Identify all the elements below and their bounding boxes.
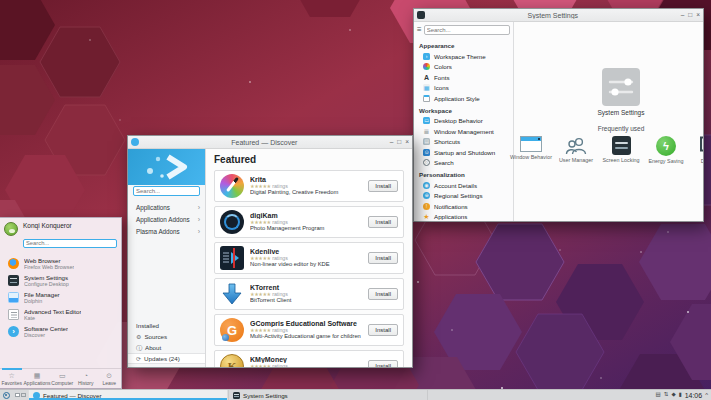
nav-sources[interactable]: ⚙Sources: [128, 331, 205, 342]
install-button[interactable]: Install: [368, 252, 398, 264]
favorite-subtitle: Firefox Web Browser: [24, 264, 74, 270]
settings-item-account-details[interactable]: ◉Account Details: [414, 180, 513, 191]
user-avatar[interactable]: [4, 222, 18, 236]
clipboard-tray-icon[interactable]: ▤: [656, 392, 661, 398]
frequent-energy-saving[interactable]: ϟ Energy Saving: [649, 136, 683, 164]
frequent-screen-locking[interactable]: Screen Locking: [604, 136, 638, 164]
tab-history[interactable]: ◔ History: [74, 369, 98, 388]
settings-item-application-style[interactable]: Application Style: [414, 93, 513, 104]
desktop: System Settings – □ × ≡ Appearance ›Work…: [0, 0, 711, 400]
app-card-gcompris[interactable]: G GCompris Educational Software ★★★★★ ra…: [214, 314, 404, 346]
settings-item-workspace-theme[interactable]: ›Workspace Theme: [414, 51, 513, 62]
kickoff-launcher: Konqi Konqueror Web Browser Firefox Web …: [0, 217, 122, 389]
nav-installed[interactable]: Installed: [128, 320, 205, 331]
task-label: System Settings: [243, 392, 288, 399]
frequent-window-behavior[interactable]: Window Behavior: [514, 136, 548, 164]
settings-item-shortcuts[interactable]: ▤Shortcuts: [414, 137, 513, 148]
install-button[interactable]: Install: [368, 216, 398, 228]
gcompris-icon: G: [220, 318, 244, 342]
tray-expander-icon[interactable]: ^: [705, 392, 708, 398]
system-settings-titlebar[interactable]: System Settings – □ ×: [414, 9, 703, 22]
digital-clock[interactable]: 14:06: [685, 392, 703, 399]
nav-about[interactable]: ⓘAbout: [128, 342, 205, 353]
tab-computer[interactable]: ▭ Computer: [50, 369, 74, 388]
app-card-ktorrent[interactable]: KTorrent ★★★★★ ratings BitTorrent Client…: [214, 278, 404, 310]
discover-icon: ›: [8, 326, 19, 337]
frequent-label: Displays: [701, 158, 703, 164]
app-summary: Multi-Activity Educational game for chil…: [250, 333, 362, 340]
nav-application-addons[interactable]: Application Addons›: [128, 213, 205, 225]
favorite-text-editor[interactable]: Advanced Text Editor Kate: [0, 306, 121, 323]
settings-item-colors[interactable]: Colors: [414, 62, 513, 73]
frequent-label: Window Behavior: [510, 154, 552, 160]
settings-item-label: Fonts: [434, 74, 449, 81]
favorite-subtitle: Dolphin: [24, 298, 60, 304]
app-card-krita[interactable]: Krita ★★★★★ ratings Digital Painting, Cr…: [214, 170, 404, 202]
tab-label: Leave: [102, 380, 116, 386]
install-button[interactable]: Install: [368, 180, 398, 192]
frequent-user-manager[interactable]: User Manager: [559, 136, 593, 164]
settings-item-icons[interactable]: ▦Icons: [414, 83, 513, 94]
minimize-icon[interactable]: –: [681, 12, 685, 19]
close-icon[interactable]: ×: [405, 139, 409, 146]
close-icon[interactable]: ×: [696, 12, 700, 19]
virtual-desktop-pager[interactable]: [13, 390, 28, 400]
install-button[interactable]: Install: [368, 324, 398, 336]
favorite-web-browser[interactable]: Web Browser Firefox Web Browser: [0, 255, 121, 272]
account-details-icon: ◉: [423, 182, 430, 189]
settings-search-input[interactable]: [424, 25, 510, 35]
settings-item-regional-settings[interactable]: ⊕Regional Settings: [414, 191, 513, 202]
settings-item-fonts[interactable]: AFonts: [414, 72, 513, 83]
app-launcher-button[interactable]: [0, 390, 13, 400]
favorite-software-center[interactable]: › Software Center Discover: [0, 323, 121, 340]
discover-search-input[interactable]: [133, 186, 200, 196]
rating-count: ratings: [272, 363, 288, 368]
settings-item-label: Applications: [434, 213, 467, 220]
settings-item-notifications[interactable]: !Notifications: [414, 201, 513, 212]
settings-item-search[interactable]: ○Search: [414, 158, 513, 169]
regional-settings-icon: ⊕: [423, 192, 430, 199]
nav-applications[interactable]: Applications›: [128, 201, 205, 213]
user-manager-icon: [565, 136, 587, 155]
minimize-icon[interactable]: –: [390, 139, 394, 146]
maximize-icon[interactable]: □: [688, 12, 692, 19]
application-style-icon: [423, 95, 430, 102]
app-card-digikam[interactable]: digiKam ★★★★★ ratings Photo Management P…: [214, 206, 404, 238]
app-card-kmymoney[interactable]: K KMyMoney ★★★★★ ratings Personal Financ…: [214, 350, 404, 367]
settings-item-desktop-behavior[interactable]: ▭Desktop Behavior: [414, 116, 513, 127]
install-button[interactable]: Install: [368, 288, 398, 300]
network-tray-icon[interactable]: ⇅: [664, 392, 669, 398]
kickoff-search-input[interactable]: [23, 239, 117, 248]
tab-favorites[interactable]: ☆ Favorites: [0, 369, 24, 388]
frequent-displays[interactable]: Displays: [694, 136, 703, 164]
install-button[interactable]: Install: [368, 360, 398, 367]
battery-tray-icon[interactable]: ▮: [679, 392, 682, 398]
tab-label: History: [78, 380, 94, 386]
startup-shutdown-icon: ⊙: [423, 149, 430, 156]
settings-item-window-management[interactable]: ≣Window Management: [414, 126, 513, 137]
settings-item-applications[interactable]: ★Applications: [414, 212, 513, 222]
frequently-used-header: Frequently used: [598, 125, 645, 132]
nav-plasma-addons[interactable]: Plasma Addons›: [128, 225, 205, 237]
updates-icon: ⟳: [136, 356, 141, 362]
app-card-kdenlive[interactable]: Kdenlive ★★★★★ ratings Non-linear video …: [214, 242, 404, 274]
favorite-system-settings[interactable]: System Settings Configure Desktop: [0, 272, 121, 289]
discover-titlebar[interactable]: Featured — Discover – □ ×: [128, 136, 412, 149]
nav-label: Applications: [136, 204, 198, 211]
favorite-title: System Settings: [24, 274, 69, 281]
task-system-settings[interactable]: System Settings: [228, 390, 428, 400]
system-settings-content: System Settings Frequently used Window B…: [514, 22, 703, 221]
favorite-file-manager[interactable]: File Manager Dolphin: [0, 289, 121, 306]
settings-item-startup-shutdown[interactable]: ⊙Startup and Shutdown: [414, 147, 513, 158]
computer-icon: ▭: [59, 372, 66, 379]
hamburger-menu-icon[interactable]: ≡: [417, 26, 422, 34]
frequent-label: User Manager: [559, 157, 593, 163]
maximize-icon[interactable]: □: [397, 139, 401, 146]
applications-icon: ★: [423, 213, 430, 220]
task-discover[interactable]: Featured — Discover: [28, 390, 228, 400]
settings-item-label: Workspace Theme: [434, 53, 486, 60]
volume-tray-icon[interactable]: ◆: [671, 392, 675, 398]
tab-applications[interactable]: ▦ Applications: [24, 369, 51, 388]
nav-updates[interactable]: ⟳Updates (24): [128, 353, 205, 364]
tab-leave[interactable]: ⊙ Leave: [98, 369, 122, 388]
